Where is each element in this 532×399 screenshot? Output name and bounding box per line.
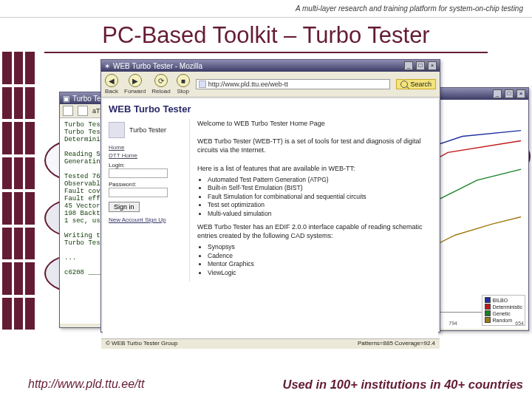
features-list: Automated Test Pattern Generation (ATPG)…: [208, 176, 432, 218]
new-account-link[interactable]: New Account Sign Up: [109, 216, 185, 223]
content-area: Formats: EDIF AGM Spectrum catalog Fault…: [41, 56, 528, 365]
login-input[interactable]: [109, 168, 168, 178]
save-icon[interactable]: [78, 106, 88, 116]
stop-button[interactable]: ■Stop: [177, 74, 190, 95]
features-intro: Here is a list of features that are avai…: [197, 164, 432, 173]
maximize-button[interactable]: □: [505, 89, 514, 98]
title-rule: [44, 52, 488, 53]
close-button[interactable]: ×: [428, 61, 437, 70]
minimize-button[interactable]: _: [493, 89, 502, 98]
close-button[interactable]: ×: [516, 89, 525, 98]
window-browser: ✶ WEB Turbo Tester - Mozilla _ □ × ◀Back…: [100, 59, 440, 332]
password-label: Password:: [109, 181, 185, 188]
app-icon: ▣: [63, 95, 69, 103]
sidebar-nav: Home DTT Home: [109, 144, 185, 159]
status-coverage: Patterns=885 Coverage=92.4: [358, 340, 435, 348]
site-icon: [199, 81, 206, 88]
minimize-button[interactable]: _: [404, 61, 413, 70]
sign-in-button[interactable]: Sign in: [109, 202, 140, 212]
stop-icon: ■: [177, 74, 190, 87]
reload-button[interactable]: ⟳Reload: [151, 74, 170, 95]
browser-status-bar: © WEB Turbo Tester Group Patterns=885 Co…: [101, 338, 440, 349]
feature-item: Automated Test Pattern Generation (ATPG): [208, 176, 432, 184]
search-button[interactable]: Search: [396, 79, 436, 89]
logo-text: Turbo Tester: [129, 126, 166, 134]
cad-item: ViewLogic: [208, 269, 432, 277]
window-titlebar[interactable]: ✶ WEB Turbo Tester - Mozilla _ □ ×: [101, 60, 440, 72]
footer-tagline: Used in 100+ institutions in 40+ countri…: [144, 378, 526, 392]
welcome-text: Welcome to WEB Turbo Tester Home Page: [197, 119, 432, 128]
cad-item: Synopsys: [208, 243, 432, 251]
address-text: http://www.pld.ttu.ee/web-tt: [208, 81, 288, 88]
search-icon: [400, 81, 408, 88]
x-tick: 794: [449, 321, 457, 326]
feature-item: Fault Simulation for combinational and s…: [208, 193, 432, 201]
mozilla-icon: ✶: [104, 62, 110, 70]
open-icon[interactable]: [63, 106, 73, 116]
back-icon: ◀: [105, 74, 118, 87]
back-button[interactable]: ◀Back: [105, 74, 118, 95]
page-title: WEB Turbo Tester: [109, 103, 432, 115]
logo-icon: [109, 122, 125, 138]
login-label: Login:: [109, 162, 185, 168]
slide-root: { "header": { "subtitle": "A multi-layer…: [0, 0, 532, 399]
reload-icon: ⟳: [154, 74, 168, 87]
cad-item: Mentor Graphics: [208, 260, 432, 268]
forward-button[interactable]: ▶Forward: [124, 74, 146, 95]
nav-home[interactable]: Home: [109, 144, 185, 151]
legend-bilbo: BILBO: [493, 297, 508, 304]
decorative-stripe: [0, 50, 37, 331]
nav-dtt[interactable]: DTT Home: [109, 152, 185, 159]
logo-row: Turbo Tester: [109, 122, 185, 138]
legend-genetic: Genetic: [493, 310, 511, 317]
cad-list: Synopsys Cadence Mentor Graphics ViewLog…: [208, 243, 432, 277]
legend-deterministic: Deterministic: [493, 304, 522, 310]
header-bar: A multi-layer research and training plat…: [0, 0, 532, 18]
browser-toolbar: ◀Back ▶Forward ⟳Reload ■Stop http://www.…: [101, 72, 440, 98]
feature-item: Multi-valued simulation: [208, 210, 432, 218]
header-subtitle: A multi-layer research and training plat…: [296, 4, 523, 13]
slide-footer: http://www.pld.ttu.ee/tt Used in 100+ in…: [0, 369, 532, 399]
forward-icon: ▶: [129, 74, 142, 87]
address-bar[interactable]: http://www.pld.ttu.ee/web-tt: [196, 79, 391, 89]
maximize-button[interactable]: □: [416, 61, 425, 70]
status-credit: © WEB Turbo Tester Group: [106, 340, 177, 348]
feature-item: Built-in Self-Test Emulation (BIST): [208, 184, 432, 192]
window-title: WEB Turbo Tester - Mozilla: [113, 62, 202, 70]
footer-url: http://www.pld.ttu.ee/tt: [6, 378, 144, 391]
page-main: Welcome to WEB Turbo Tester Home Page WE…: [197, 119, 432, 282]
feature-item: Test set optimization: [208, 201, 432, 209]
cad-item: Cadence: [208, 252, 432, 260]
browser-page: WEB Turbo Tester Turbo Tester Home DTT H…: [103, 99, 438, 337]
password-input[interactable]: [109, 188, 168, 197]
edif-text: WEB Turbo Tester has an EDIF 2.0.0 inter…: [197, 222, 432, 240]
x-tick: 654: [515, 321, 524, 326]
slide-title: PC-Based Toolkit – Turbo Tester: [0, 18, 532, 50]
page-sidebar: Turbo Tester Home DTT Home Login: Passwo…: [109, 119, 190, 282]
intro-text: WEB Turbo Tester (WEB-TT) is a set of to…: [197, 137, 432, 154]
